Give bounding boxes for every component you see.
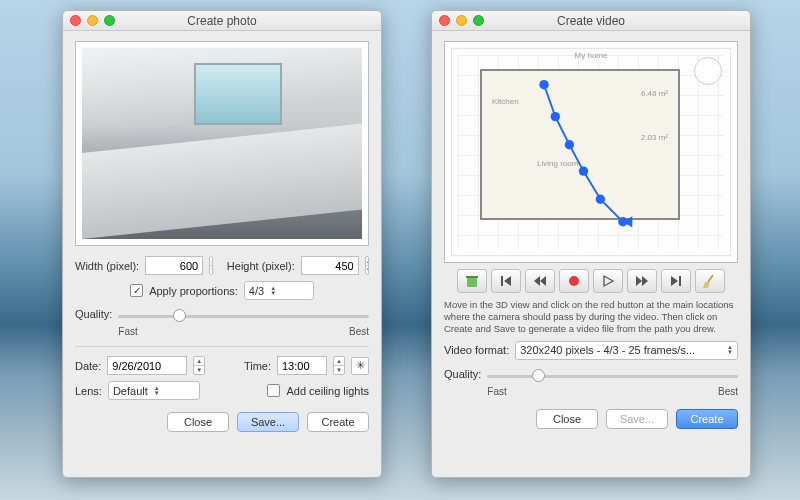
date-label: Date: xyxy=(75,360,101,372)
svg-line-19 xyxy=(708,275,713,282)
width-input[interactable] xyxy=(145,256,203,275)
svg-rect-18 xyxy=(679,276,681,286)
record-icon[interactable] xyxy=(559,269,589,293)
fast-forward-icon[interactable] xyxy=(627,269,657,293)
time-label: Time: xyxy=(244,360,271,372)
quality-best-label: Best xyxy=(718,386,738,397)
play-icon[interactable] xyxy=(593,269,623,293)
date-input[interactable] xyxy=(107,356,187,375)
save-button[interactable]: Save... xyxy=(237,412,299,432)
video-toolbar xyxy=(444,269,738,293)
photo-button-row: Close Save... Create xyxy=(75,412,369,432)
close-window-icon[interactable] xyxy=(70,15,81,26)
svg-point-13 xyxy=(569,276,579,286)
svg-marker-12 xyxy=(540,276,546,286)
plan-title: My home xyxy=(575,51,608,60)
proportions-row: Apply proportions: 4/3 ▲▼ xyxy=(75,281,369,300)
save-button[interactable]: Save... xyxy=(606,409,668,429)
titlebar[interactable]: Create photo xyxy=(63,11,381,31)
create-photo-window: Create photo Width (pixel): ▲▼ Height (p… xyxy=(62,10,382,478)
quality-row: Quality: Fast Best xyxy=(75,306,369,337)
close-button[interactable]: Close xyxy=(167,412,229,432)
photo-preview xyxy=(75,41,369,246)
time-input[interactable] xyxy=(277,356,327,375)
ratio-select[interactable]: 4/3 ▲▼ xyxy=(244,281,314,300)
quality-label: Quality: xyxy=(444,368,481,380)
video-plan-preview[interactable]: My home Kitchen 6.48 m² 2.03 m² Living r… xyxy=(444,41,738,263)
minimize-window-icon[interactable] xyxy=(456,15,467,26)
video-button-row: Close Save... Create xyxy=(444,409,738,429)
apply-proportions-checkbox[interactable] xyxy=(130,284,143,297)
video-format-label: Video format: xyxy=(444,344,509,356)
skip-start-icon[interactable] xyxy=(491,269,521,293)
lens-ceiling-row: Lens: Default ▲▼ Add ceiling lights xyxy=(75,381,369,400)
svg-rect-8 xyxy=(466,276,478,278)
video-format-row: Video format: 320x240 pixels - 4/3 - 25 … xyxy=(444,341,738,360)
help-text: Move in the 3D view and click on the red… xyxy=(444,299,738,335)
svg-rect-9 xyxy=(501,276,503,286)
room-area-label: 2.03 m² xyxy=(641,133,668,142)
svg-marker-16 xyxy=(642,276,648,286)
lens-select[interactable]: Default ▲▼ xyxy=(108,381,200,400)
quality-best-label: Best xyxy=(349,326,369,337)
svg-rect-7 xyxy=(467,278,477,287)
lens-label: Lens: xyxy=(75,385,102,397)
ceiling-lights-checkbox[interactable] xyxy=(267,384,280,397)
svg-marker-10 xyxy=(504,276,511,286)
height-label: Height (pixel): xyxy=(227,260,295,272)
ceiling-lights-label: Add ceiling lights xyxy=(286,385,369,397)
svg-marker-11 xyxy=(534,276,540,286)
lens-value: Default xyxy=(113,385,148,397)
svg-marker-15 xyxy=(636,276,642,286)
height-stepper[interactable]: ▲▼ xyxy=(365,256,369,275)
trash-icon[interactable] xyxy=(457,269,487,293)
room-label: Kitchen xyxy=(492,97,519,106)
svg-marker-20 xyxy=(703,282,710,288)
zoom-window-icon[interactable] xyxy=(104,15,115,26)
create-video-window: Create video My home Kitchen 6.48 m² 2.0… xyxy=(431,10,751,478)
svg-marker-17 xyxy=(671,276,678,286)
zoom-window-icon[interactable] xyxy=(473,15,484,26)
svg-marker-14 xyxy=(604,276,613,286)
apply-proportions-label: Apply proportions: xyxy=(149,285,238,297)
quality-slider[interactable] xyxy=(118,308,369,324)
create-button[interactable]: Create xyxy=(676,409,738,429)
render-preview-image xyxy=(82,48,362,239)
ratio-value: 4/3 xyxy=(249,285,264,297)
create-button[interactable]: Create xyxy=(307,412,369,432)
broom-icon[interactable] xyxy=(695,269,725,293)
rewind-icon[interactable] xyxy=(525,269,555,293)
quality-slider[interactable] xyxy=(487,368,738,384)
room-label: Living room xyxy=(537,159,578,168)
width-label: Width (pixel): xyxy=(75,260,139,272)
video-format-value: 320x240 pixels - 4/3 - 25 frames/s... xyxy=(520,344,721,356)
skip-end-icon[interactable] xyxy=(661,269,691,293)
datetime-row: Date: ▲▼ Time: ▲▼ ✳ xyxy=(75,356,369,375)
compass-icon xyxy=(694,57,722,85)
video-format-select[interactable]: 320x240 pixels - 4/3 - 25 frames/s... ▲▼ xyxy=(515,341,738,360)
room-area-label: 6.48 m² xyxy=(641,89,668,98)
height-input[interactable] xyxy=(301,256,359,275)
video-quality-row: Quality: Fast Best xyxy=(444,366,738,397)
quality-label: Quality: xyxy=(75,308,112,320)
quality-fast-label: Fast xyxy=(118,326,137,337)
date-stepper[interactable]: ▲▼ xyxy=(193,356,205,375)
time-stepper[interactable]: ▲▼ xyxy=(333,356,345,375)
close-window-icon[interactable] xyxy=(439,15,450,26)
quality-fast-label: Fast xyxy=(487,386,506,397)
close-button[interactable]: Close xyxy=(536,409,598,429)
dimensions-row: Width (pixel): ▲▼ Height (pixel): ▲▼ xyxy=(75,256,369,275)
minimize-window-icon[interactable] xyxy=(87,15,98,26)
titlebar[interactable]: Create video xyxy=(432,11,750,31)
compass-icon[interactable]: ✳ xyxy=(351,357,369,375)
width-stepper[interactable]: ▲▼ xyxy=(209,256,213,275)
